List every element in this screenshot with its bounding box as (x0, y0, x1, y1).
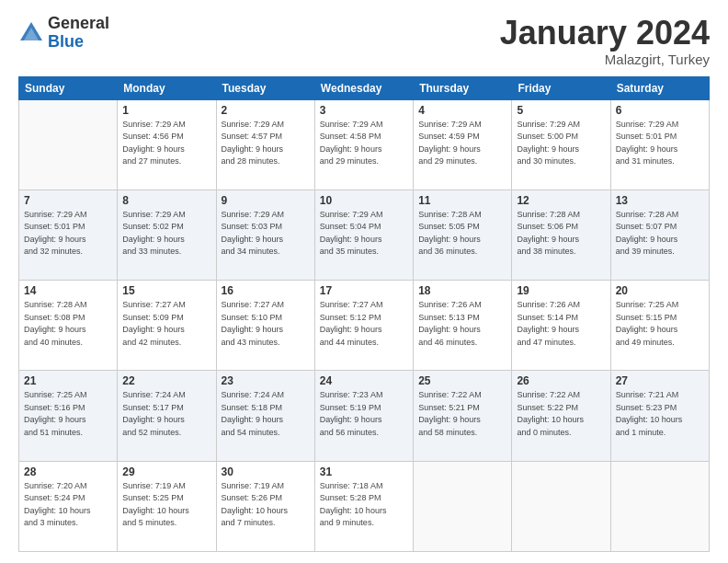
day-info: Sunrise: 7:28 AMSunset: 5:08 PMDaylight:… (24, 299, 112, 349)
table-row: 6Sunrise: 7:29 AMSunset: 5:01 PMDaylight… (610, 99, 709, 190)
calendar-table: Sunday Monday Tuesday Wednesday Thursday… (18, 76, 710, 552)
table-row: 21Sunrise: 7:25 AMSunset: 5:16 PMDayligh… (19, 371, 118, 461)
calendar-week-row: 7Sunrise: 7:29 AMSunset: 5:01 PMDaylight… (19, 190, 710, 280)
header: General Blue January 2024 Malazgirt, Tur… (18, 15, 710, 67)
calendar-page: General Blue January 2024 Malazgirt, Tur… (0, 0, 728, 563)
table-row: 17Sunrise: 7:27 AMSunset: 5:12 PMDayligh… (314, 281, 413, 371)
day-number: 19 (517, 284, 605, 297)
col-monday: Monday (118, 76, 216, 99)
day-info: Sunrise: 7:24 AMSunset: 5:17 PMDaylight:… (122, 389, 210, 439)
calendar-week-row: 21Sunrise: 7:25 AMSunset: 5:16 PMDayligh… (19, 371, 710, 461)
table-row: 9Sunrise: 7:29 AMSunset: 5:03 PMDaylight… (216, 190, 314, 280)
day-number: 5 (517, 104, 605, 117)
day-number: 1 (122, 104, 210, 117)
table-row: 28Sunrise: 7:20 AMSunset: 5:24 PMDayligh… (19, 461, 118, 551)
col-thursday: Thursday (414, 76, 512, 99)
day-info: Sunrise: 7:29 AMSunset: 5:02 PMDaylight:… (122, 209, 210, 259)
day-number: 20 (616, 284, 704, 297)
table-row: 22Sunrise: 7:24 AMSunset: 5:17 PMDayligh… (118, 371, 216, 461)
day-number: 22 (122, 374, 210, 387)
table-row: 11Sunrise: 7:28 AMSunset: 5:05 PMDayligh… (414, 190, 512, 280)
day-number: 3 (320, 104, 408, 117)
table-row: 5Sunrise: 7:29 AMSunset: 5:00 PMDaylight… (512, 99, 610, 190)
day-info: Sunrise: 7:18 AMSunset: 5:28 PMDaylight:… (320, 480, 408, 530)
col-saturday: Saturday (610, 76, 709, 99)
day-info: Sunrise: 7:26 AMSunset: 5:14 PMDaylight:… (517, 299, 605, 349)
day-number: 27 (616, 374, 704, 387)
day-number: 18 (418, 284, 506, 297)
table-row: 4Sunrise: 7:29 AMSunset: 4:59 PMDaylight… (414, 99, 512, 190)
table-row: 31Sunrise: 7:18 AMSunset: 5:28 PMDayligh… (314, 461, 413, 551)
col-wednesday: Wednesday (314, 76, 413, 99)
calendar-week-row: 1Sunrise: 7:29 AMSunset: 4:56 PMDaylight… (19, 99, 710, 190)
table-row: 15Sunrise: 7:27 AMSunset: 5:09 PMDayligh… (118, 281, 216, 371)
day-number: 10 (320, 194, 408, 207)
table-row: 23Sunrise: 7:24 AMSunset: 5:18 PMDayligh… (216, 371, 314, 461)
day-info: Sunrise: 7:25 AMSunset: 5:16 PMDaylight:… (24, 389, 112, 439)
day-info: Sunrise: 7:28 AMSunset: 5:06 PMDaylight:… (517, 209, 605, 259)
day-number: 4 (418, 104, 506, 117)
day-number: 13 (616, 194, 704, 207)
day-info: Sunrise: 7:26 AMSunset: 5:13 PMDaylight:… (418, 299, 506, 349)
table-row: 30Sunrise: 7:19 AMSunset: 5:26 PMDayligh… (216, 461, 314, 551)
location-subtitle: Malazgirt, Turkey (500, 52, 710, 67)
logo-general: General (48, 15, 109, 33)
calendar-header-row: Sunday Monday Tuesday Wednesday Thursday… (19, 76, 710, 99)
day-info: Sunrise: 7:27 AMSunset: 5:10 PMDaylight:… (222, 299, 310, 349)
day-number: 24 (320, 374, 408, 387)
day-number: 14 (24, 284, 112, 297)
table-row: 1Sunrise: 7:29 AMSunset: 4:56 PMDaylight… (118, 99, 216, 190)
day-info: Sunrise: 7:27 AMSunset: 5:12 PMDaylight:… (320, 299, 408, 349)
day-number: 29 (122, 465, 210, 478)
title-area: January 2024 Malazgirt, Turkey (500, 15, 710, 67)
table-row: 26Sunrise: 7:22 AMSunset: 5:22 PMDayligh… (512, 371, 610, 461)
month-title: January 2024 (500, 15, 710, 52)
table-row: 29Sunrise: 7:19 AMSunset: 5:25 PMDayligh… (118, 461, 216, 551)
day-number: 9 (222, 194, 310, 207)
col-tuesday: Tuesday (216, 76, 314, 99)
logo: General Blue (18, 15, 109, 52)
day-info: Sunrise: 7:19 AMSunset: 5:26 PMDaylight:… (222, 480, 310, 530)
table-row: 25Sunrise: 7:22 AMSunset: 5:21 PMDayligh… (414, 371, 512, 461)
day-info: Sunrise: 7:22 AMSunset: 5:22 PMDaylight:… (517, 389, 605, 439)
day-info: Sunrise: 7:23 AMSunset: 5:19 PMDaylight:… (320, 389, 408, 439)
table-row: 24Sunrise: 7:23 AMSunset: 5:19 PMDayligh… (314, 371, 413, 461)
day-info: Sunrise: 7:27 AMSunset: 5:09 PMDaylight:… (122, 299, 210, 349)
day-info: Sunrise: 7:29 AMSunset: 5:01 PMDaylight:… (616, 119, 704, 168)
table-row (512, 461, 610, 551)
day-info: Sunrise: 7:29 AMSunset: 5:00 PMDaylight:… (517, 119, 605, 168)
logo-blue: Blue (48, 33, 109, 52)
table-row: 19Sunrise: 7:26 AMSunset: 5:14 PMDayligh… (512, 281, 610, 371)
day-number: 11 (418, 194, 506, 207)
table-row: 27Sunrise: 7:21 AMSunset: 5:23 PMDayligh… (610, 371, 709, 461)
day-info: Sunrise: 7:29 AMSunset: 4:58 PMDaylight:… (320, 119, 408, 168)
day-info: Sunrise: 7:28 AMSunset: 5:05 PMDaylight:… (418, 209, 506, 259)
day-info: Sunrise: 7:21 AMSunset: 5:23 PMDaylight:… (616, 389, 704, 439)
day-number: 17 (320, 284, 408, 297)
day-info: Sunrise: 7:28 AMSunset: 5:07 PMDaylight:… (616, 209, 704, 259)
table-row: 20Sunrise: 7:25 AMSunset: 5:15 PMDayligh… (610, 281, 709, 371)
day-number: 16 (222, 284, 310, 297)
logo-icon (18, 20, 44, 46)
day-number: 30 (222, 465, 310, 478)
day-info: Sunrise: 7:29 AMSunset: 4:59 PMDaylight:… (418, 119, 506, 168)
table-row: 7Sunrise: 7:29 AMSunset: 5:01 PMDaylight… (19, 190, 118, 280)
day-number: 25 (418, 374, 506, 387)
table-row: 10Sunrise: 7:29 AMSunset: 5:04 PMDayligh… (314, 190, 413, 280)
calendar-week-row: 14Sunrise: 7:28 AMSunset: 5:08 PMDayligh… (19, 281, 710, 371)
col-friday: Friday (512, 76, 610, 99)
table-row: 18Sunrise: 7:26 AMSunset: 5:13 PMDayligh… (414, 281, 512, 371)
day-number: 7 (24, 194, 112, 207)
table-row: 8Sunrise: 7:29 AMSunset: 5:02 PMDaylight… (118, 190, 216, 280)
day-number: 31 (320, 465, 408, 478)
day-info: Sunrise: 7:24 AMSunset: 5:18 PMDaylight:… (222, 389, 310, 439)
day-number: 8 (122, 194, 210, 207)
day-info: Sunrise: 7:29 AMSunset: 5:01 PMDaylight:… (24, 209, 112, 259)
table-row: 3Sunrise: 7:29 AMSunset: 4:58 PMDaylight… (314, 99, 413, 190)
day-number: 21 (24, 374, 112, 387)
day-number: 12 (517, 194, 605, 207)
table-row: 16Sunrise: 7:27 AMSunset: 5:10 PMDayligh… (216, 281, 314, 371)
table-row (414, 461, 512, 551)
logo-text: General Blue (48, 15, 109, 52)
day-number: 6 (616, 104, 704, 117)
